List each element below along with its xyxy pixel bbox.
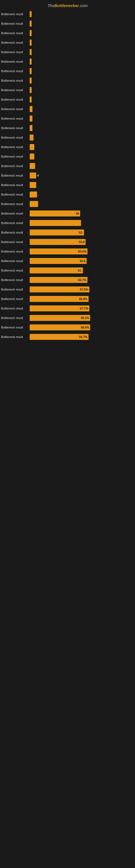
bar-fill: [30, 220, 81, 226]
bar-fill: 57.7%: [30, 305, 89, 311]
bar-fill: [30, 116, 32, 122]
bar-fill: 55.7%: [30, 277, 87, 283]
bar-value: 56.9%: [79, 297, 87, 301]
row-label: Bottleneck result: [0, 212, 30, 215]
row-label: Bottleneck result: [0, 174, 30, 177]
row-label: Bottleneck result: [0, 316, 30, 319]
table-row: Bottleneck result58.1%: [0, 314, 135, 322]
row-label: Bottleneck result: [0, 288, 30, 291]
row-label: Bottleneck result: [0, 183, 30, 187]
row-label: Bottleneck result: [0, 221, 30, 225]
bar-fill: 58.6%: [30, 324, 90, 330]
table-row: Bottleneck result57.7%: [0, 305, 135, 312]
bar-track: 57.5%: [30, 286, 135, 292]
bar-fill: 49: [30, 211, 80, 216]
bar-fill: [30, 191, 37, 197]
bar-value: .: [38, 193, 39, 196]
row-label: Bottleneck result: [0, 136, 30, 139]
bar-track: [30, 134, 135, 141]
row-label: Bottleneck result: [0, 269, 30, 272]
bar-fill: [30, 68, 32, 74]
bar-fill: [30, 134, 34, 141]
bar-track: [30, 78, 135, 84]
bar-value: 49: [76, 212, 79, 215]
bar-track: [30, 68, 135, 74]
bar-track: 56.7%: [30, 334, 135, 340]
table-row: Bottleneck result4: [0, 172, 135, 179]
bar-value: 55.9%: [78, 250, 86, 253]
table-row: Bottleneck result: [0, 39, 135, 46]
table-row: Bottleneck result: [0, 162, 135, 170]
bar-fill: [30, 97, 32, 102]
bar-fill: 56.9%: [30, 296, 89, 302]
row-label: Bottleneck result: [0, 12, 30, 16]
bar-track: [30, 21, 135, 27]
bar-fill: [30, 125, 32, 131]
table-row: Bottleneck result: [0, 77, 135, 84]
bar-value: 58.1%: [81, 316, 89, 319]
bar-fill: [30, 59, 32, 65]
table-row: Bottleneck result: [0, 143, 135, 151]
bar-track: 56.9%: [30, 296, 135, 302]
bar-track: [30, 87, 135, 93]
table-row: Bottleneck result.: [0, 191, 135, 198]
row-label: Bottleneck result: [0, 278, 30, 282]
row-label: Bottleneck result: [0, 22, 30, 25]
row-label: Bottleneck result: [0, 31, 30, 35]
bar-fill: [30, 78, 32, 84]
bar-fill: [30, 11, 32, 17]
bar-track: [30, 40, 135, 45]
bar-track: 53.9: [30, 239, 135, 245]
row-label: Bottleneck result: [0, 335, 30, 339]
row-label: Bottleneck result: [0, 126, 30, 130]
bar-track: 52.: [30, 229, 135, 236]
table-row: Bottleneck result: [0, 67, 135, 75]
row-label: Bottleneck result: [0, 145, 30, 149]
bar-fill: 54.5: [30, 258, 87, 264]
bar-value: 57.5%: [80, 288, 88, 291]
bar-track: 55.9%: [30, 248, 135, 254]
bar-track: [30, 220, 135, 226]
bar-track: [30, 106, 135, 112]
table-row: Bottleneck result57.5%: [0, 286, 135, 293]
row-label: Bottleneck result: [0, 193, 30, 196]
row-label: Bottleneck result: [0, 60, 30, 63]
table-row: Bottleneck result: [0, 10, 135, 18]
table-row: Bottleneck result58.6%: [0, 323, 135, 331]
bar-fill: 58.1%: [30, 315, 90, 321]
table-row: Bottleneck result: [0, 105, 135, 113]
bar-track: [30, 125, 135, 131]
bar-track: [30, 11, 135, 17]
table-row: Bottleneck result: [0, 219, 135, 227]
table-row: Bottleneck result49: [0, 210, 135, 217]
bar-track: [30, 49, 135, 55]
bar-fill: 55.9%: [30, 248, 87, 254]
bar-track: [30, 97, 135, 102]
bar-value: 53.9: [79, 240, 85, 244]
bar-fill: [30, 182, 36, 188]
row-label: Bottleneck result: [0, 41, 30, 44]
bar-track: .: [30, 191, 135, 197]
bar-fill: 57.5%: [30, 286, 89, 292]
table-row: Bottleneck result: [0, 86, 135, 94]
table-row: Bottleneck result: [0, 200, 135, 208]
table-row: Bottleneck result: [0, 58, 135, 65]
bar-fill: [30, 106, 32, 112]
table-row: Bottleneck result: [0, 20, 135, 27]
row-label: Bottleneck result: [0, 307, 30, 310]
bar-value: 55.7%: [78, 278, 86, 282]
table-row: Bottleneck result: [0, 181, 135, 189]
bar-fill: [30, 30, 32, 36]
table-row: Bottleneck result56.9%: [0, 295, 135, 303]
table-row: Bottleneck result: [0, 153, 135, 160]
table-row: Bottleneck result: [0, 124, 135, 132]
bar-fill: [30, 144, 34, 150]
bar-track: [30, 163, 135, 169]
table-row: Bottleneck result: [0, 48, 135, 56]
row-label: Bottleneck result: [0, 98, 30, 101]
row-label: Bottleneck result: [0, 164, 30, 167]
bar-fill: 56.7%: [30, 334, 89, 340]
table-row: Bottleneck result53.9: [0, 238, 135, 246]
bar-track: 49: [30, 211, 135, 216]
results-container: Bottleneck resultBottleneck resultBottle…: [0, 10, 135, 348]
